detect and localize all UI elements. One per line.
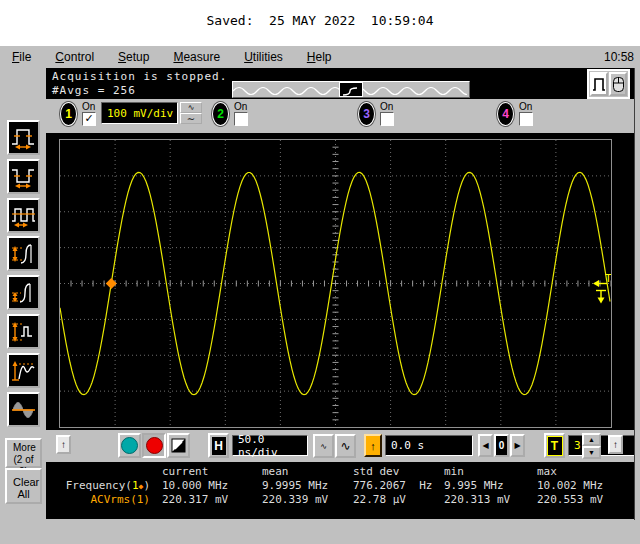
menu-item-utilities[interactable]: Utilities [232, 50, 295, 64]
display-mode-buttons [587, 69, 630, 99]
measurement-header: std dev [353, 465, 432, 478]
measurement-header-spacer [46, 465, 150, 478]
oscilloscope-app: Saved: 25 MAY 2022 10:59:04 FileControlS… [0, 0, 640, 544]
measure-rise-time-button[interactable] [7, 236, 40, 271]
channel-1-scale-value: 100 mV/div [107, 107, 173, 120]
measurement-label-part: ) [143, 479, 150, 492]
measure-vamp-button[interactable] [7, 353, 40, 388]
horizontal-position-field[interactable]: 0.0 s [385, 435, 473, 456]
measurement-value: 220.553 mV [537, 493, 634, 506]
large-wave-icon: ∿ [340, 439, 350, 453]
saved-header-bar: Saved: 25 MAY 2022 10:59:04 [0, 0, 640, 46]
channel-1-on-checkbox[interactable]: ✓ [82, 112, 96, 126]
scale-decrease-button[interactable]: ∼ [180, 113, 202, 124]
horizontal-zoom-out-button[interactable]: ∿ [313, 434, 334, 458]
acquisition-status-text: Acquisition is stopped. [52, 70, 227, 83]
trigger-level-arrow-icon[interactable] [593, 280, 599, 287]
channel-1-button[interactable]: 1 [60, 102, 77, 126]
waveform-plot[interactable]: T [59, 139, 612, 428]
channel-2-button[interactable]: 2 [212, 102, 229, 126]
stop-button[interactable] [142, 433, 166, 458]
left-marker-button[interactable]: ↑ [56, 435, 71, 454]
horizontal-scale-field[interactable]: 50.0 ns/div [232, 435, 308, 456]
menu-item-control[interactable]: Control [43, 50, 106, 64]
measure-period-button[interactable] [7, 198, 40, 233]
measure-fall-time-button[interactable] [7, 275, 40, 310]
vamp-icon [9, 355, 38, 386]
measurement-header: max [537, 465, 634, 478]
vpp-icon [9, 316, 38, 347]
channel-1-scale-field[interactable]: 100 mV/div [101, 102, 178, 124]
clear-all-button[interactable]: Clear All [5, 468, 42, 504]
measure-neg-width-button[interactable] [7, 159, 40, 194]
channel-4-on-checkbox[interactable] [519, 112, 533, 126]
saved-timestamp: Saved: 25 MAY 2022 10:59:04 [0, 13, 640, 28]
measurement-value: 10.000 MHz [162, 479, 250, 492]
measurement-value: 22.78 µV [353, 493, 432, 506]
horizontal-zoom-in-button[interactable]: ∿ [335, 434, 356, 458]
channel-1-group: 1 On ✓ 100 mV/div ∿ ∼ [60, 102, 202, 126]
scale-increase-button[interactable]: ∿ [180, 102, 202, 113]
channel-1-number: 1 [65, 107, 72, 121]
channel-ground-marker-icon[interactable] [598, 298, 605, 304]
trigger-level-label: T [605, 272, 612, 285]
trigger-time-marker[interactable] [106, 278, 117, 289]
trigger-position-icon: ↑ [370, 440, 376, 452]
right-marker-button[interactable]: ↑ [608, 435, 623, 454]
measurement-value: 776.2067 Hz [353, 479, 432, 492]
acquisition-status-strip: Acquisition is stopped. #Avgs = 256 [46, 68, 634, 99]
measurement-row-label[interactable]: ACVrms(1) [46, 493, 150, 506]
neg-width-icon [9, 161, 38, 192]
stop-icon [146, 437, 163, 454]
pulse-display-button[interactable] [590, 72, 608, 96]
measurement-row-label[interactable]: Frequency(1◆) [46, 479, 150, 492]
trigger-level-down-button[interactable]: ▼ [582, 446, 601, 459]
measurement-label-part: Frequency( [66, 479, 132, 492]
channel-2-on-checkbox[interactable] [234, 112, 248, 126]
measure-vavg-button[interactable] [7, 392, 40, 427]
run-button[interactable] [118, 433, 141, 458]
measure-pos-width-button[interactable] [7, 120, 40, 155]
measurement-value: 220.317 mV [162, 493, 250, 506]
mouse-mode-button[interactable] [609, 72, 627, 96]
trigger-level-field[interactable]: 3 mV [568, 435, 640, 456]
channel-4-number: 4 [502, 107, 509, 121]
single-acquisition-icon [171, 438, 187, 454]
acquisition-progress-slider[interactable] [232, 81, 470, 98]
horizontal-position-value: 0.0 s [391, 439, 424, 452]
channel-3-group: 3 On [358, 102, 394, 126]
channel-3-on-checkbox[interactable] [380, 112, 394, 126]
slider-handle[interactable] [339, 82, 363, 97]
measurement-value: 220.313 mV [444, 493, 525, 506]
up-arrow-icon: ↑ [61, 439, 66, 450]
trigger-setup-button[interactable]: T [544, 433, 565, 458]
position-right-button[interactable]: ▶ [510, 434, 525, 457]
trigger-position-button[interactable]: ↑ [364, 434, 382, 457]
menu-item-measure[interactable]: Measure [161, 50, 232, 64]
position-zero-button[interactable]: 0 [494, 434, 509, 457]
measurement-header: current [162, 465, 250, 478]
channel-3-button[interactable]: 3 [358, 102, 375, 126]
measurement-label-part: 1 [132, 479, 139, 492]
measure-vpp-button[interactable] [7, 314, 40, 349]
clear-label-1: Clear [13, 476, 39, 488]
more-measurements-button[interactable]: More (2 of 2) [5, 438, 42, 468]
menu-item-help[interactable]: Help [295, 50, 344, 64]
single-acquisition-button[interactable] [167, 433, 190, 458]
small-wave-icon: ∿ [320, 442, 327, 451]
measurement-value: 9.9995 MHz [262, 479, 341, 492]
channel-1-scale-spinner: ∿ ∼ [180, 102, 202, 124]
position-left-button[interactable]: ◀ [478, 434, 493, 457]
window-right-edge [634, 68, 640, 520]
rise-time-icon [9, 238, 38, 269]
horizontal-setup-button[interactable]: H [208, 433, 229, 458]
trigger-level-up-button[interactable]: ▲ [582, 433, 601, 446]
measurement-results-panel: currentmeanstd devminmaxFrequency(1◆)10.… [46, 462, 634, 519]
horizontal-trigger-bar: ↑ H 50.0 ns/div ∿ ∿ ↑ 0.0 s ◀ 0 [46, 430, 634, 462]
clock: 10:58 [604, 50, 634, 64]
menu-item-setup[interactable]: Setup [106, 50, 161, 64]
measurement-label-part: ACVrms(1) [90, 493, 150, 506]
channel-4-button[interactable]: 4 [497, 102, 514, 126]
measurement-value: 220.339 mV [262, 493, 341, 506]
menu-item-file[interactable]: File [0, 50, 43, 64]
